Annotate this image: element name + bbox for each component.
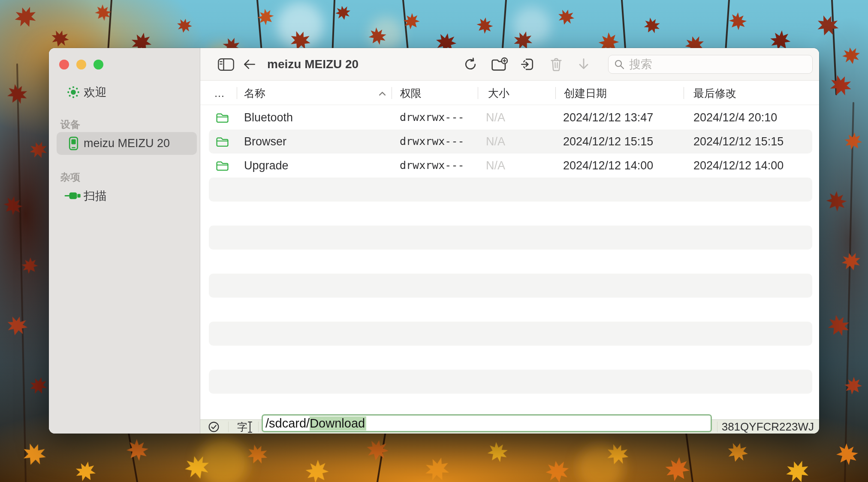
column-header-name[interactable]: 名称 bbox=[244, 81, 265, 105]
empty-row bbox=[200, 298, 819, 322]
delete-button[interactable] bbox=[547, 48, 566, 81]
column-header-size[interactable]: 大小 bbox=[488, 81, 509, 105]
file-size: N/A bbox=[486, 154, 505, 178]
app-window: 欢迎 设备 meizu MEIZU 20 杂项 扫描 bbox=[49, 48, 819, 434]
header-divider bbox=[555, 87, 556, 99]
table-row-bluetooth[interactable]: Bluetooth drwxrwx--- N/A 2024/12/12 13:4… bbox=[200, 105, 819, 130]
phone-icon bbox=[63, 136, 83, 151]
empty-row bbox=[200, 226, 819, 250]
row-stripe bbox=[209, 322, 812, 346]
header-divider bbox=[237, 87, 237, 99]
sort-ascending-icon bbox=[379, 91, 386, 96]
window-title: meizu MEIZU 20 bbox=[267, 48, 359, 81]
refresh-button[interactable] bbox=[461, 48, 480, 81]
empty-row bbox=[200, 250, 819, 274]
file-name: Upgrade bbox=[244, 154, 289, 178]
ime-char: 字 bbox=[237, 420, 247, 434]
file-size: N/A bbox=[486, 130, 505, 154]
file-modified: 2024/12/12 15:15 bbox=[693, 130, 784, 154]
file-modified: 2024/12/4 20:10 bbox=[693, 105, 777, 130]
file-size: N/A bbox=[486, 105, 505, 130]
file-name: Browser bbox=[244, 130, 286, 154]
folder-icon bbox=[216, 160, 229, 172]
file-modified: 2024/12/12 14:00 bbox=[693, 154, 784, 178]
sidebar-section-misc: 杂项 bbox=[60, 171, 80, 184]
sidebar: 欢迎 设备 meizu MEIZU 20 杂项 扫描 bbox=[49, 48, 200, 434]
sidebar-item-welcome[interactable]: 欢迎 bbox=[57, 81, 197, 103]
statusbar-divider bbox=[228, 422, 229, 432]
path-valid-check-icon bbox=[208, 421, 220, 433]
row-stripe bbox=[209, 274, 812, 298]
sidebar-item-scan[interactable]: 扫描 bbox=[57, 184, 197, 207]
row-stripe bbox=[209, 226, 812, 250]
sidebar-item-label: 欢迎 bbox=[84, 84, 107, 100]
empty-row bbox=[200, 322, 819, 346]
file-perms: drwxrwx--- bbox=[400, 130, 464, 154]
header-divider bbox=[478, 87, 478, 99]
empty-row bbox=[200, 202, 819, 226]
new-folder-button[interactable] bbox=[490, 48, 509, 81]
path-prefix-text: /sdcard/ bbox=[265, 416, 310, 431]
file-created: 2024/12/12 15:15 bbox=[563, 130, 653, 154]
back-button[interactable] bbox=[240, 48, 259, 81]
file-perms: drwxrwx--- bbox=[400, 154, 464, 178]
main-panel: meizu MEIZU 20 bbox=[200, 48, 819, 434]
file-perms: drwxrwx--- bbox=[400, 105, 464, 130]
file-name: Bluetooth bbox=[244, 105, 293, 130]
sidebar-item-label: 扫描 bbox=[84, 188, 107, 204]
row-stripe bbox=[209, 370, 812, 394]
maximize-button[interactable] bbox=[93, 60, 103, 69]
device-serial: 381QYFCR223WJ bbox=[722, 420, 814, 434]
usb-plug-icon bbox=[63, 191, 83, 201]
sidebar-toggle-button[interactable] bbox=[217, 48, 235, 81]
search-input[interactable] bbox=[629, 58, 792, 71]
row-stripe bbox=[209, 178, 812, 202]
column-header-modified[interactable]: 最后修改 bbox=[693, 81, 736, 105]
text-cursor-icon bbox=[247, 421, 253, 434]
ime-indicator: 字 bbox=[237, 420, 253, 434]
minimize-button[interactable] bbox=[76, 60, 86, 69]
window-controls bbox=[59, 60, 103, 69]
search-field[interactable] bbox=[608, 55, 813, 74]
file-list: Bluetooth drwxrwx--- N/A 2024/12/12 13:4… bbox=[200, 105, 819, 419]
column-header-perms[interactable]: 权限 bbox=[400, 81, 422, 105]
statusbar-divider bbox=[717, 422, 717, 432]
folder-icon bbox=[216, 136, 229, 148]
sidebar-section-devices: 设备 bbox=[60, 118, 80, 131]
empty-row bbox=[200, 274, 819, 298]
header-divider bbox=[392, 87, 392, 99]
path-input[interactable]: /sdcard/ Download bbox=[262, 414, 712, 432]
header-divider bbox=[684, 87, 684, 99]
close-button[interactable] bbox=[59, 60, 69, 69]
folder-icon bbox=[216, 111, 229, 124]
sidebar-item-label: meizu MEIZU 20 bbox=[84, 137, 170, 150]
empty-row bbox=[200, 178, 819, 202]
push-to-device-button[interactable] bbox=[518, 48, 537, 81]
table-header: … 名称 权限 大小 创建日期 最后修改 bbox=[200, 81, 819, 105]
statusbar-divider bbox=[258, 422, 259, 432]
sidebar-item-device[interactable]: meizu MEIZU 20 bbox=[57, 132, 197, 155]
empty-row bbox=[200, 346, 819, 370]
table-row-browser[interactable]: Browser drwxrwx--- N/A 2024/12/12 15:15 … bbox=[200, 130, 819, 154]
download-button[interactable] bbox=[574, 48, 593, 81]
file-created: 2024/12/12 13:47 bbox=[563, 105, 653, 130]
table-row-upgrade[interactable]: Upgrade drwxrwx--- N/A 2024/12/12 14:00 … bbox=[200, 154, 819, 178]
path-selected-text: Download bbox=[310, 416, 366, 431]
column-options-button[interactable]: … bbox=[214, 81, 225, 105]
empty-row bbox=[200, 370, 819, 394]
search-icon bbox=[614, 59, 625, 70]
toolbar: meizu MEIZU 20 bbox=[200, 48, 819, 81]
column-header-created[interactable]: 创建日期 bbox=[564, 81, 607, 105]
welcome-icon bbox=[63, 85, 83, 99]
file-created: 2024/12/12 14:00 bbox=[563, 154, 653, 178]
